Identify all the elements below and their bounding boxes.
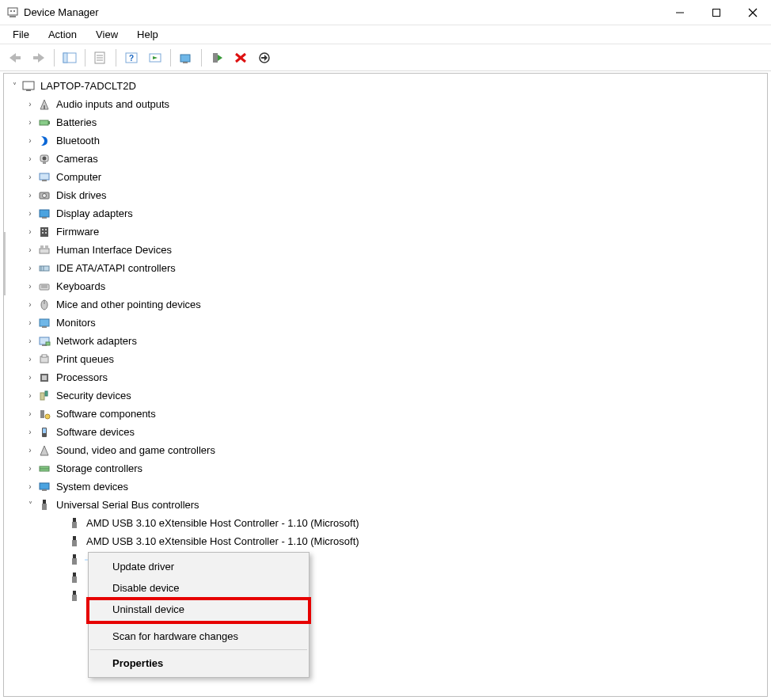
svg-rect-80 [42,489,47,491]
tree-device[interactable]: AMD USB 3.10 eXtensible Host Controller … [4,532,767,550]
tree-device[interactable]: AMD USB 3.10 eXtensible Host Controller … [4,514,767,532]
tree-category[interactable]: ›Audio inputs and outputs [4,95,767,113]
caret-right-icon[interactable]: › [25,117,36,128]
caret-right-icon[interactable]: › [25,172,36,183]
tree-category[interactable]: ›Storage controllers [4,459,767,477]
toolbar: ? [0,44,771,71]
caret-down-icon[interactable]: ˅ [25,500,36,511]
tree-category[interactable]: ›Computer [4,168,767,186]
minimize-button[interactable] [662,0,698,25]
caret-right-icon[interactable]: › [25,281,36,292]
ctx-disable-device[interactable]: Disable device [89,577,309,599]
caret-right-icon[interactable]: › [25,208,36,219]
caret-right-icon[interactable]: › [25,99,36,110]
disable-device-button[interactable] [254,48,275,68]
close-button[interactable] [735,0,771,25]
enable-device-button[interactable] [207,48,227,68]
caret-right-icon[interactable]: › [25,226,36,238]
uninstall-device-button[interactable] [230,48,251,68]
tree-category[interactable]: ›Bluetooth [4,131,767,150]
svg-rect-45 [40,227,48,237]
caret-right-icon[interactable]: › [25,318,36,329]
tree-category[interactable]: ›Keyboards [4,277,767,295]
caret-right-icon[interactable]: › [25,481,36,493]
menu-view[interactable]: View [88,27,126,42]
svg-rect-1 [9,16,16,17]
tree-category[interactable]: ›Print queues [4,350,767,368]
svg-rect-47 [45,229,47,230]
usb-icon [37,498,51,512]
window-title: Device Manager [24,6,662,18]
ctx-uninstall-device[interactable]: Uninstall device [89,599,309,620]
menu-file[interactable]: File [5,27,37,42]
svg-rect-33 [44,105,45,109]
properties-button[interactable] [90,48,111,68]
tree-category-label: Storage controllers [55,462,144,475]
caret-right-icon[interactable]: › [25,463,36,474]
caret-right-icon[interactable]: › [25,190,36,201]
caret-right-icon[interactable]: › [25,427,36,438]
ctx-properties[interactable]: Properties [89,652,309,674]
tree-scrollbar[interactable] [4,232,6,295]
help-button[interactable]: ? [121,48,142,68]
tree-category[interactable]: ›Sound, video and game controllers [4,441,767,459]
tree-category[interactable]: ›Mice and other pointing devices [4,295,767,314]
tree-category-label: Disk drives [55,188,108,202]
tree-category-label: Universal Serial Bus controllers [55,498,201,512]
maximize-button[interactable] [698,0,735,25]
tree-category[interactable]: ›Software components [4,405,767,423]
tree-category[interactable]: ›Processors [4,368,767,386]
toolbar-separator [116,49,116,67]
tree-category[interactable]: ›Cameras [4,150,767,168]
caret-placeholder [55,591,66,602]
tree-category-usb[interactable]: ˅ Universal Serial Bus controllers [4,496,767,514]
caret-down-icon[interactable]: ˅ [9,81,20,92]
ctx-scan-hardware[interactable]: Scan for hardware changes [89,626,309,647]
ctx-update-driver[interactable]: Update driver [89,556,309,577]
show-hide-console-button[interactable] [59,48,80,68]
caret-right-icon[interactable]: › [25,135,36,146]
update-driver-button[interactable] [176,48,196,68]
caret-right-icon[interactable]: › [25,354,36,365]
caret-right-icon[interactable]: › [25,299,36,310]
tree-category-label: Software devices [55,425,136,439]
tree-category[interactable]: ›Software devices [4,423,767,441]
caret-right-icon[interactable]: › [25,245,36,256]
svg-rect-11 [33,56,39,59]
caret-right-icon[interactable]: › [25,445,36,456]
tree-category[interactable]: ›Display adapters [4,204,767,223]
caret-right-icon[interactable]: › [25,263,36,274]
tree-category[interactable]: ›IDE ATA/ATAPI controllers [4,259,767,277]
tree-category-label: Batteries [55,116,98,129]
back-button[interactable] [5,48,25,68]
svg-rect-22 [180,55,190,62]
tree-category[interactable]: ›Batteries [4,113,767,131]
caret-right-icon[interactable]: › [25,390,36,401]
menu-help[interactable]: Help [129,27,166,42]
menu-action[interactable]: Action [40,27,85,42]
usb-device-icon [67,535,82,549]
tree-category[interactable]: ›Network adapters [4,332,767,350]
tree-category[interactable]: ›Disk drives [4,186,767,204]
tree-category[interactable]: ›Monitors [4,314,767,332]
caret-right-icon[interactable]: › [25,372,36,383]
scan-hardware-button[interactable] [145,48,165,68]
caret-right-icon[interactable]: › [25,336,36,347]
svg-rect-51 [40,245,44,249]
svg-rect-52 [45,245,48,249]
tree-category[interactable]: ›System devices [4,477,767,496]
forward-button[interactable] [28,48,49,68]
tree-category[interactable]: ›Human Interface Devices [4,241,767,259]
caret-right-icon[interactable]: › [25,154,36,165]
svg-rect-24 [213,53,218,63]
caret-right-icon[interactable]: › [25,409,36,420]
svg-rect-44 [42,217,47,219]
tree-category-label: Cameras [55,152,100,165]
svg-rect-72 [40,410,44,418]
tree-category[interactable]: ›Security devices [4,386,767,405]
tree-root[interactable]: ˅ LAPTOP-7ADCLT2D [4,77,767,95]
svg-point-3 [13,10,15,12]
tree-category[interactable]: ›Firmware [4,223,767,241]
device-category-icon [37,371,51,385]
svg-rect-39 [40,173,49,180]
